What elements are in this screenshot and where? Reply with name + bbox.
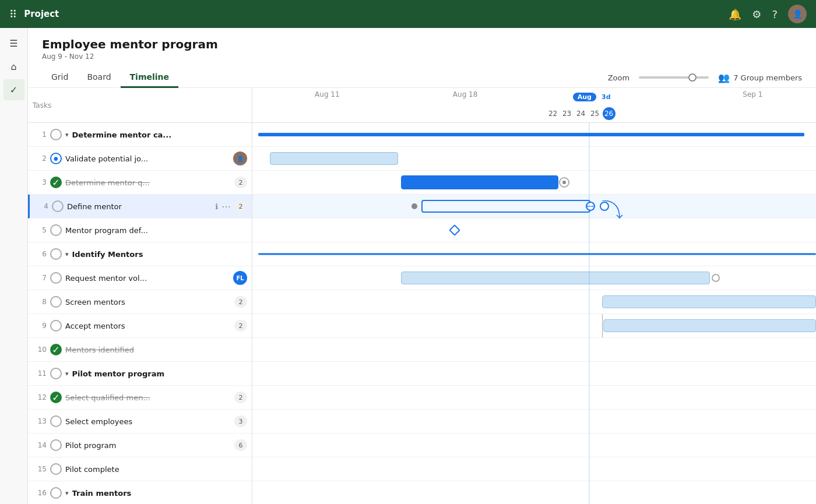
gantt-bar-8[interactable] bbox=[602, 295, 816, 308]
task-check-4[interactable] bbox=[52, 200, 64, 212]
home-sidebar-icon[interactable]: ⌂ bbox=[3, 56, 24, 77]
resize-handle-4[interactable]: ⟺ bbox=[586, 202, 595, 211]
task-name-6: Identify Mentors bbox=[72, 250, 247, 259]
task-check-12[interactable]: ✓ bbox=[50, 392, 62, 403]
day-23: 23 bbox=[561, 107, 574, 120]
task-name-13: Select employees bbox=[65, 417, 231, 426]
week-aug18: Aug 18 bbox=[396, 90, 534, 101]
chevron-16: ▾ bbox=[65, 489, 69, 497]
gantt-bar-9[interactable] bbox=[603, 319, 816, 332]
task-badge-13: 3 bbox=[234, 415, 247, 427]
timeline-container: Tasks 1 ▾ Determine mentor ca... 2 ● Val… bbox=[28, 88, 816, 504]
task-check-7[interactable] bbox=[50, 272, 62, 284]
connector-end-3 bbox=[559, 177, 569, 188]
task-row-7[interactable]: 7 Request mentor vol... FL bbox=[28, 266, 252, 290]
project-dates: Aug 9 - Nov 12 bbox=[42, 52, 802, 61]
chevron-11: ▾ bbox=[65, 370, 69, 378]
task-check-13[interactable] bbox=[50, 415, 62, 427]
task-row-9[interactable]: 9 Accept mentors 2 bbox=[28, 314, 252, 338]
week-aug11: Aug 11 bbox=[258, 90, 396, 101]
notification-icon[interactable]: 🔔 bbox=[729, 8, 741, 20]
task-name-8: Screen mentors bbox=[65, 298, 231, 306]
group-members-label: 7 Group members bbox=[733, 73, 802, 82]
tab-timeline[interactable]: Timeline bbox=[121, 68, 179, 88]
task-check-10[interactable]: ✓ bbox=[50, 344, 62, 355]
gantt-bar-3[interactable] bbox=[401, 175, 558, 189]
group-members[interactable]: 👥 7 Group members bbox=[718, 72, 802, 83]
check-sidebar-icon[interactable]: ✓ bbox=[3, 79, 24, 100]
gantt-bar-progress-1 bbox=[258, 133, 804, 136]
day-25: 25 bbox=[589, 107, 602, 120]
task-check-1[interactable] bbox=[50, 129, 62, 140]
task-row-14[interactable]: 14 Pilot program 6 bbox=[28, 433, 252, 457]
tab-board[interactable]: Board bbox=[78, 68, 120, 88]
more-icon-4[interactable]: ⋯ bbox=[221, 201, 231, 212]
task-name-3: Determine mentor q... bbox=[65, 178, 231, 187]
gantt-row-10 bbox=[252, 338, 816, 362]
gantt-row-16 bbox=[252, 481, 816, 504]
task-check-14[interactable] bbox=[50, 439, 62, 451]
task-check-8[interactable] bbox=[50, 296, 62, 308]
task-badge-9: 2 bbox=[234, 320, 247, 332]
task-badge-3: 2 bbox=[234, 177, 247, 188]
gantt-bar-7[interactable] bbox=[401, 272, 710, 284]
task-avatar-2: 👤 bbox=[233, 151, 247, 165]
task-row-6[interactable]: 6 ▾ Identify Mentors bbox=[28, 242, 252, 266]
sidebar-icons: ☰ ⌂ ✓ bbox=[0, 28, 28, 504]
day-26-today: 26 bbox=[603, 107, 615, 120]
task-name-5: Mentor program def... bbox=[65, 226, 247, 235]
user-avatar[interactable]: 👤 bbox=[788, 5, 807, 23]
task-row-13[interactable]: 13 Select employees 3 bbox=[28, 410, 252, 433]
week-sep1: Sep 1 bbox=[695, 90, 810, 101]
day-24: 24 bbox=[575, 107, 588, 120]
tab-grid[interactable]: Grid bbox=[42, 68, 78, 88]
zoom-slider[interactable] bbox=[639, 76, 709, 79]
task-check-15[interactable] bbox=[50, 463, 62, 475]
header-toolbar: Grid Board Timeline Zoom 👥 7 Group membe… bbox=[42, 68, 802, 87]
task-row-11[interactable]: 11 ▾ Pilot mentor program bbox=[28, 362, 252, 386]
connector-left-4 bbox=[411, 203, 417, 209]
settings-icon[interactable]: ⚙ bbox=[752, 8, 761, 20]
task-check-2[interactable]: ● bbox=[50, 153, 62, 164]
chevron-6: ▾ bbox=[65, 251, 69, 258]
task-check-16[interactable] bbox=[50, 487, 62, 499]
task-row-8[interactable]: 8 Screen mentors 2 bbox=[28, 290, 252, 314]
help-icon[interactable]: ? bbox=[772, 8, 778, 20]
task-check-5[interactable] bbox=[50, 224, 62, 236]
task-row-2[interactable]: 2 ● Validate potential jo... 👤 bbox=[28, 147, 252, 171]
task-name-4: Define mentor bbox=[67, 202, 212, 211]
day-22: 22 bbox=[547, 107, 560, 120]
task-row-15[interactable]: 15 Pilot complete bbox=[28, 457, 252, 481]
connector-7-right bbox=[712, 274, 720, 282]
task-row-1[interactable]: 1 ▾ Determine mentor ca... bbox=[28, 123, 252, 147]
menu-sidebar-icon[interactable]: ☰ bbox=[3, 33, 24, 54]
task-row-4[interactable]: 4 Define mentor ℹ ⋯ 2 bbox=[28, 195, 252, 218]
gantt-row-5 bbox=[252, 218, 816, 242]
task-check-9[interactable] bbox=[50, 320, 62, 332]
app-title: Project bbox=[24, 9, 722, 19]
task-name-1: Determine mentor ca... bbox=[72, 131, 247, 139]
task-list: Tasks 1 ▾ Determine mentor ca... 2 ● Val… bbox=[28, 88, 252, 504]
task-check-6[interactable] bbox=[50, 248, 62, 260]
gantt-bar-2[interactable] bbox=[270, 152, 398, 165]
task-badge-14: 6 bbox=[234, 439, 247, 451]
task-row-12[interactable]: 12 ✓ Select qualified men... 2 bbox=[28, 386, 252, 410]
waffle-icon[interactable]: ⠿ bbox=[9, 8, 17, 20]
tabs: Grid Board Timeline bbox=[42, 68, 608, 87]
gantt-bar-4[interactable]: ⟺ bbox=[421, 200, 590, 213]
gantt-row-8 bbox=[252, 290, 816, 314]
task-check-11[interactable] bbox=[50, 368, 62, 379]
gantt-row-11 bbox=[252, 362, 816, 386]
gantt-row-2 bbox=[252, 147, 816, 171]
task-row-5[interactable]: 5 Mentor program def... bbox=[28, 218, 252, 242]
task-name-7: Request mentor vol... bbox=[65, 274, 230, 283]
task-row-10[interactable]: 10 ✓ Mentors identified bbox=[28, 338, 252, 362]
task-row-16[interactable]: 16 ▾ Train mentors bbox=[28, 481, 252, 504]
task-row-3[interactable]: 3 ✓ Determine mentor q... 2 bbox=[28, 171, 252, 195]
week-aug-highlight: Aug 3d bbox=[534, 90, 649, 101]
task-name-11: Pilot mentor program bbox=[72, 369, 247, 378]
info-icon-4[interactable]: ℹ bbox=[215, 202, 218, 211]
group-members-icon: 👥 bbox=[718, 72, 730, 83]
gantt-row-14 bbox=[252, 433, 816, 457]
task-check-3[interactable]: ✓ bbox=[50, 177, 62, 188]
